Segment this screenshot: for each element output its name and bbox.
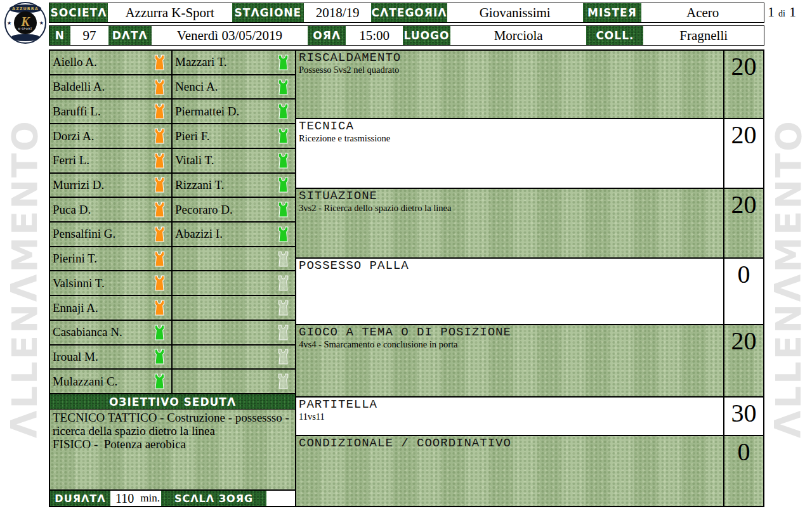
player-cell[interactable] [173, 346, 295, 369]
jersey-icon[interactable] [277, 177, 290, 193]
jersey-icon[interactable] [277, 128, 290, 144]
jersey-icon[interactable] [277, 251, 290, 267]
jersey-icon[interactable] [153, 128, 166, 144]
section-title: SITUAZIONE [299, 190, 723, 203]
header-value-stagione[interactable]: 2018/19 [304, 3, 371, 22]
jersey-icon[interactable] [153, 373, 166, 389]
player-cell[interactable] [173, 247, 295, 271]
player-cell[interactable]: Mulazzani C. [50, 370, 173, 393]
jersey-icon[interactable] [153, 202, 166, 217]
player-name: Puca D. [53, 203, 153, 217]
jersey-icon[interactable] [277, 79, 290, 95]
player-cell[interactable]: Rizzani T. [173, 174, 295, 197]
star-icon: ★ [39, 20, 44, 26]
jersey-icon[interactable] [277, 349, 290, 365]
player-name: Murrizi D. [53, 178, 153, 192]
jersey-icon[interactable] [277, 226, 290, 242]
jersey-icon[interactable] [153, 275, 166, 291]
section-title: PARTITELLA [299, 398, 723, 411]
section-minutes[interactable]: 0 [723, 259, 763, 324]
duration-value-cell[interactable]: 110 min. [110, 491, 161, 506]
jersey-icon[interactable] [153, 226, 166, 242]
player-cell[interactable]: Baruffi L. [50, 100, 173, 123]
player-cell[interactable]: Abazizi I. [173, 223, 295, 246]
jersey-icon[interactable] [277, 153, 290, 169]
jersey-icon[interactable] [277, 325, 290, 340]
player-cell[interactable]: Puca D. [50, 198, 173, 221]
jersey-icon[interactable] [153, 55, 166, 70]
watermark-text: ΛLLENΛMENTO [4, 119, 45, 438]
section-minutes[interactable]: 20 [723, 119, 763, 188]
jersey-icon[interactable] [277, 373, 290, 389]
section-minutes[interactable]: 20 [723, 325, 763, 396]
player-cell[interactable]: Murrizi D. [50, 174, 173, 197]
section-minutes[interactable]: 20 [723, 189, 763, 257]
player-cell[interactable]: Nenci A. [173, 75, 295, 99]
player-cell[interactable]: Baldelli A. [50, 75, 173, 99]
section-minutes[interactable]: 0 [723, 436, 763, 506]
jersey-icon[interactable] [277, 55, 290, 70]
player-cell[interactable]: Pensalfini G. [50, 223, 173, 246]
player-cell[interactable] [173, 370, 295, 393]
header-value-ora[interactable]: 15:00 [346, 26, 403, 45]
player-cell[interactable]: Casabianca N. [50, 321, 173, 344]
logo-ksport-text: K-SPORT [18, 27, 32, 30]
section-content[interactable]: CONDIZIONALE / COORDINATIVO [296, 436, 723, 506]
jersey-icon[interactable] [277, 103, 290, 119]
player-cell[interactable]: Mazzari T. [173, 51, 295, 74]
player-cell[interactable]: Pierini T. [50, 247, 173, 271]
section-minutes[interactable]: 20 [723, 51, 763, 118]
jersey-icon[interactable] [153, 153, 166, 169]
jersey-icon[interactable] [153, 103, 166, 119]
jersey-icon[interactable] [153, 79, 166, 95]
player-cell[interactable] [173, 271, 295, 295]
header-value-luogo[interactable]: Morciola [450, 26, 587, 45]
section-content[interactable]: TECNICA Ricezione e trasmissione [296, 119, 723, 188]
jersey-icon[interactable] [277, 202, 290, 217]
jersey-icon[interactable] [153, 325, 166, 340]
player-cell[interactable]: Valsinni T. [50, 271, 173, 295]
header-value-mister[interactable]: Acero [641, 3, 764, 22]
jersey-icon[interactable] [153, 300, 166, 316]
jersey-icon[interactable] [153, 251, 166, 267]
header-value-coll[interactable]: Fragnelli [643, 26, 764, 45]
objective-text-area[interactable]: TECNICO TATTICO - Costruzione - possesss… [50, 410, 295, 489]
header-label-societa: SOCIETΛ [49, 3, 108, 22]
player-cell[interactable]: Aiello A. [50, 51, 173, 74]
jersey-icon[interactable] [277, 300, 290, 316]
jersey-icon[interactable] [153, 177, 166, 193]
player-name: Casabianca N. [53, 325, 153, 339]
jersey-icon[interactable] [277, 275, 290, 291]
header-label-coll: COLL. [586, 26, 643, 45]
header-label-mister: MISTEЯ [583, 3, 642, 22]
section-minutes[interactable]: 30 [723, 398, 763, 435]
section-content[interactable]: POSSESSO PALLA [296, 259, 723, 324]
player-cell[interactable]: Iroual M. [50, 346, 173, 369]
header-value-data[interactable]: Venerdì 03/05/2019 [152, 26, 308, 45]
header-value-societa[interactable]: Azzurra K-Sport [108, 3, 232, 22]
jersey-icon[interactable] [153, 349, 166, 365]
section-tecnica: TECNICA Ricezione e trasmissione 20 [296, 119, 763, 189]
player-cell[interactable]: Dorzi A. [50, 124, 173, 148]
header-label-luogo: LUOGO [403, 26, 450, 45]
player-cell[interactable]: Ferri L. [50, 149, 173, 172]
section-content[interactable]: PARTITELLA 11vs11 [296, 398, 723, 435]
player-cell[interactable] [173, 296, 295, 320]
player-cell[interactable]: Pecoraro D. [173, 198, 295, 221]
player-name: Ennaji A. [53, 301, 153, 315]
player-cell[interactable] [173, 321, 295, 344]
duration-unit: min. [140, 492, 160, 505]
section-content[interactable]: RISCALDAMENTO Possesso 5vs2 nel quadrato [296, 51, 723, 118]
section-content[interactable]: GIOCO A TEMA O DI POSIZIONE 4vs4 - Smarc… [296, 325, 723, 396]
player-cell[interactable]: Pieri F. [173, 124, 295, 148]
objective-header-bar: OЗIETTIVO SEDUTΛ [50, 394, 295, 410]
duration-bar: DUЯΛTΛ 110 min. SCΛLΛ ЗOЯG [50, 489, 295, 506]
player-cell[interactable]: Piermattei D. [173, 100, 295, 123]
header-value-n[interactable]: 97 [70, 26, 108, 45]
player-row: Baruffi L. Piermattei D. [50, 100, 295, 124]
header-value-categoria[interactable]: Giovanissimi [447, 3, 583, 22]
player-cell[interactable]: Vitali T. [173, 149, 295, 172]
section-content[interactable]: SITUAZIONE 3vs2 - Ricerca dello spazio d… [296, 189, 723, 257]
player-cell[interactable]: Ennaji A. [50, 296, 173, 320]
borg-value-cell[interactable] [266, 491, 295, 506]
